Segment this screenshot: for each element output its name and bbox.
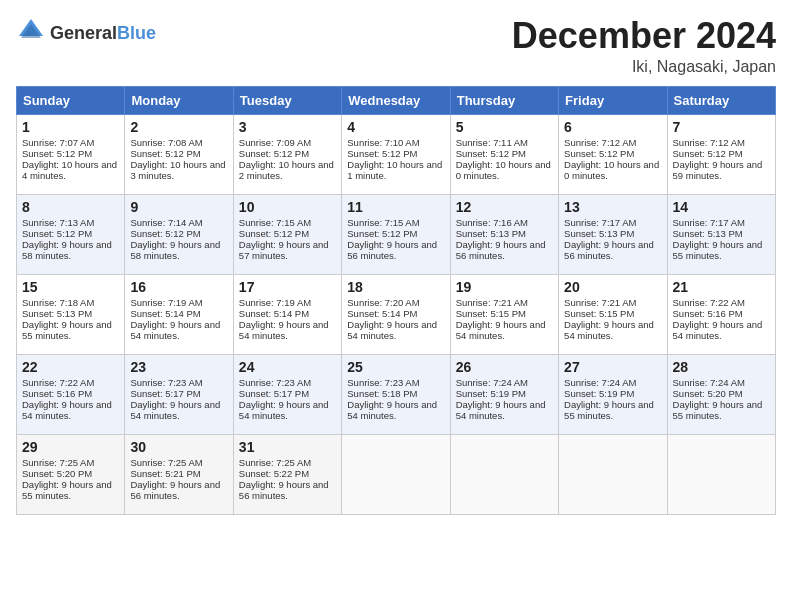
sunrise-text: Sunrise: 7:22 AM bbox=[673, 297, 770, 308]
day-number: 13 bbox=[564, 199, 661, 215]
calendar-week-row: 8Sunrise: 7:13 AMSunset: 5:12 PMDaylight… bbox=[17, 194, 776, 274]
calendar-cell: 22Sunrise: 7:22 AMSunset: 5:16 PMDayligh… bbox=[17, 354, 125, 434]
daylight-text: Daylight: 9 hours and 54 minutes. bbox=[673, 319, 770, 341]
day-number: 18 bbox=[347, 279, 444, 295]
calendar-cell: 9Sunrise: 7:14 AMSunset: 5:12 PMDaylight… bbox=[125, 194, 233, 274]
calendar-cell bbox=[667, 434, 775, 514]
day-number: 19 bbox=[456, 279, 553, 295]
sunset-text: Sunset: 5:13 PM bbox=[456, 228, 553, 239]
sunset-text: Sunset: 5:12 PM bbox=[239, 148, 336, 159]
calendar-cell: 4Sunrise: 7:10 AMSunset: 5:12 PMDaylight… bbox=[342, 114, 450, 194]
day-number: 31 bbox=[239, 439, 336, 455]
sunrise-text: Sunrise: 7:25 AM bbox=[130, 457, 227, 468]
daylight-text: Daylight: 10 hours and 3 minutes. bbox=[130, 159, 227, 181]
day-number: 12 bbox=[456, 199, 553, 215]
day-number: 26 bbox=[456, 359, 553, 375]
sunset-text: Sunset: 5:16 PM bbox=[22, 388, 119, 399]
daylight-text: Daylight: 9 hours and 55 minutes. bbox=[673, 239, 770, 261]
calendar-cell: 29Sunrise: 7:25 AMSunset: 5:20 PMDayligh… bbox=[17, 434, 125, 514]
calendar-cell: 6Sunrise: 7:12 AMSunset: 5:12 PMDaylight… bbox=[559, 114, 667, 194]
sunrise-text: Sunrise: 7:12 AM bbox=[673, 137, 770, 148]
daylight-text: Daylight: 9 hours and 54 minutes. bbox=[130, 399, 227, 421]
sunrise-text: Sunrise: 7:08 AM bbox=[130, 137, 227, 148]
daylight-text: Daylight: 9 hours and 57 minutes. bbox=[239, 239, 336, 261]
calendar-cell: 20Sunrise: 7:21 AMSunset: 5:15 PMDayligh… bbox=[559, 274, 667, 354]
sunset-text: Sunset: 5:13 PM bbox=[22, 308, 119, 319]
day-number: 25 bbox=[347, 359, 444, 375]
header-wednesday: Wednesday bbox=[342, 86, 450, 114]
calendar-week-row: 29Sunrise: 7:25 AMSunset: 5:20 PMDayligh… bbox=[17, 434, 776, 514]
sunrise-text: Sunrise: 7:24 AM bbox=[673, 377, 770, 388]
calendar-cell: 19Sunrise: 7:21 AMSunset: 5:15 PMDayligh… bbox=[450, 274, 558, 354]
daylight-text: Daylight: 9 hours and 58 minutes. bbox=[130, 239, 227, 261]
sunrise-text: Sunrise: 7:19 AM bbox=[130, 297, 227, 308]
location-title: Iki, Nagasaki, Japan bbox=[512, 58, 776, 76]
daylight-text: Daylight: 9 hours and 54 minutes. bbox=[347, 319, 444, 341]
day-number: 1 bbox=[22, 119, 119, 135]
header-tuesday: Tuesday bbox=[233, 86, 341, 114]
daylight-text: Daylight: 9 hours and 56 minutes. bbox=[347, 239, 444, 261]
sunset-text: Sunset: 5:12 PM bbox=[130, 148, 227, 159]
calendar-cell: 28Sunrise: 7:24 AMSunset: 5:20 PMDayligh… bbox=[667, 354, 775, 434]
sunset-text: Sunset: 5:12 PM bbox=[456, 148, 553, 159]
sunrise-text: Sunrise: 7:21 AM bbox=[564, 297, 661, 308]
calendar-cell: 30Sunrise: 7:25 AMSunset: 5:21 PMDayligh… bbox=[125, 434, 233, 514]
day-number: 14 bbox=[673, 199, 770, 215]
sunset-text: Sunset: 5:12 PM bbox=[22, 228, 119, 239]
sunrise-text: Sunrise: 7:23 AM bbox=[130, 377, 227, 388]
logo: GeneralBlue bbox=[16, 16, 156, 50]
daylight-text: Daylight: 9 hours and 54 minutes. bbox=[239, 319, 336, 341]
daylight-text: Daylight: 9 hours and 54 minutes. bbox=[239, 399, 336, 421]
day-number: 8 bbox=[22, 199, 119, 215]
sunset-text: Sunset: 5:18 PM bbox=[347, 388, 444, 399]
calendar-cell: 27Sunrise: 7:24 AMSunset: 5:19 PMDayligh… bbox=[559, 354, 667, 434]
title-area: December 2024 Iki, Nagasaki, Japan bbox=[512, 16, 776, 76]
sunset-text: Sunset: 5:13 PM bbox=[673, 228, 770, 239]
sunset-text: Sunset: 5:20 PM bbox=[673, 388, 770, 399]
calendar-cell: 21Sunrise: 7:22 AMSunset: 5:16 PMDayligh… bbox=[667, 274, 775, 354]
header-monday: Monday bbox=[125, 86, 233, 114]
sunset-text: Sunset: 5:17 PM bbox=[130, 388, 227, 399]
sunset-text: Sunset: 5:12 PM bbox=[673, 148, 770, 159]
day-number: 3 bbox=[239, 119, 336, 135]
daylight-text: Daylight: 9 hours and 55 minutes. bbox=[22, 319, 119, 341]
calendar-cell: 8Sunrise: 7:13 AMSunset: 5:12 PMDaylight… bbox=[17, 194, 125, 274]
day-number: 21 bbox=[673, 279, 770, 295]
calendar-cell: 26Sunrise: 7:24 AMSunset: 5:19 PMDayligh… bbox=[450, 354, 558, 434]
month-title: December 2024 bbox=[512, 16, 776, 56]
calendar-cell bbox=[559, 434, 667, 514]
day-number: 17 bbox=[239, 279, 336, 295]
day-number: 9 bbox=[130, 199, 227, 215]
sunrise-text: Sunrise: 7:07 AM bbox=[22, 137, 119, 148]
sunset-text: Sunset: 5:12 PM bbox=[22, 148, 119, 159]
calendar-table: Sunday Monday Tuesday Wednesday Thursday… bbox=[16, 86, 776, 515]
day-number: 23 bbox=[130, 359, 227, 375]
calendar-cell: 25Sunrise: 7:23 AMSunset: 5:18 PMDayligh… bbox=[342, 354, 450, 434]
day-number: 15 bbox=[22, 279, 119, 295]
daylight-text: Daylight: 9 hours and 55 minutes. bbox=[564, 399, 661, 421]
sunset-text: Sunset: 5:22 PM bbox=[239, 468, 336, 479]
daylight-text: Daylight: 9 hours and 56 minutes. bbox=[130, 479, 227, 501]
sunrise-text: Sunrise: 7:18 AM bbox=[22, 297, 119, 308]
day-number: 20 bbox=[564, 279, 661, 295]
sunrise-text: Sunrise: 7:20 AM bbox=[347, 297, 444, 308]
sunset-text: Sunset: 5:21 PM bbox=[130, 468, 227, 479]
calendar-cell: 5Sunrise: 7:11 AMSunset: 5:12 PMDaylight… bbox=[450, 114, 558, 194]
daylight-text: Daylight: 10 hours and 4 minutes. bbox=[22, 159, 119, 181]
day-number: 28 bbox=[673, 359, 770, 375]
header-sunday: Sunday bbox=[17, 86, 125, 114]
sunrise-text: Sunrise: 7:10 AM bbox=[347, 137, 444, 148]
daylight-text: Daylight: 9 hours and 54 minutes. bbox=[564, 319, 661, 341]
daylight-text: Daylight: 9 hours and 54 minutes. bbox=[456, 319, 553, 341]
sunset-text: Sunset: 5:20 PM bbox=[22, 468, 119, 479]
calendar-cell: 18Sunrise: 7:20 AMSunset: 5:14 PMDayligh… bbox=[342, 274, 450, 354]
daylight-text: Daylight: 9 hours and 54 minutes. bbox=[130, 319, 227, 341]
sunrise-text: Sunrise: 7:22 AM bbox=[22, 377, 119, 388]
header-friday: Friday bbox=[559, 86, 667, 114]
sunset-text: Sunset: 5:12 PM bbox=[130, 228, 227, 239]
sunset-text: Sunset: 5:15 PM bbox=[564, 308, 661, 319]
sunset-text: Sunset: 5:14 PM bbox=[347, 308, 444, 319]
calendar-cell: 31Sunrise: 7:25 AMSunset: 5:22 PMDayligh… bbox=[233, 434, 341, 514]
daylight-text: Daylight: 9 hours and 56 minutes. bbox=[239, 479, 336, 501]
logo-general: General bbox=[50, 24, 117, 42]
